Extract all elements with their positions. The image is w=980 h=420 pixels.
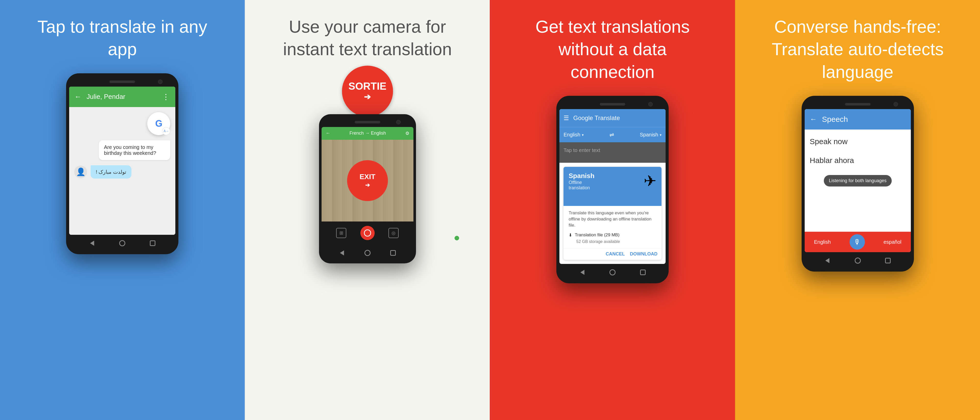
phone-2-speaker bbox=[355, 121, 380, 123]
cancel-button[interactable]: CANCEL bbox=[606, 251, 625, 257]
nav-recents-button[interactable] bbox=[149, 240, 156, 247]
sortie-text: SORTIE bbox=[348, 80, 387, 92]
translate-bubble[interactable]: G A→ bbox=[147, 112, 170, 135]
speech-bottom-bar: English 🎙 español bbox=[805, 232, 911, 252]
nav-recents-button-3[interactable] bbox=[639, 268, 647, 276]
source-lang-dropdown[interactable]: English ▾ bbox=[563, 132, 584, 138]
source-lang-arrow-icon: ▾ bbox=[582, 133, 584, 137]
translate-lang-bar: English ▾ ⇌ Spanish ▾ bbox=[559, 127, 666, 142]
google-g-letter: G bbox=[155, 118, 162, 129]
target-lang-label: Spanish bbox=[640, 132, 658, 138]
speech-content: Speak now Hablar ahora Listening for bot… bbox=[805, 129, 911, 232]
download-button[interactable]: DOWNLOAD bbox=[630, 251, 657, 257]
phone-1-screen: ← Julie, Pendar ⋮ G A→ Are you c bbox=[69, 86, 175, 235]
english-lang-button[interactable]: English bbox=[814, 239, 831, 245]
chat-avatar: 👤 bbox=[74, 166, 87, 178]
phone-1-camera bbox=[158, 80, 162, 84]
chat-header: ← Julie, Pendar ⋮ bbox=[69, 86, 175, 107]
offline-subtitle-1: Offline bbox=[569, 180, 594, 185]
phone-3-top-bar bbox=[559, 101, 666, 108]
phone-4-top-bar bbox=[805, 101, 911, 108]
chat-bubble-right: Are you coming to my birthday this weeke… bbox=[99, 140, 170, 160]
phone-1-frame: ← Julie, Pendar ⋮ G A→ Are you c bbox=[66, 73, 178, 254]
chat-bubble-left: تولدت مبارک ! bbox=[91, 165, 131, 179]
offline-card-body: Translate this language even when you're… bbox=[563, 206, 662, 248]
panel-2-title: Use your camera for instant text transla… bbox=[272, 15, 463, 61]
back-icon[interactable]: ← bbox=[74, 93, 81, 101]
offline-subtitle-2: translation bbox=[569, 185, 594, 191]
camera-lang-label: French → English bbox=[349, 131, 386, 136]
phone-3-frame: ☰ Google Translate English ▾ ⇌ Spanish ▾ bbox=[556, 96, 669, 283]
translate-input-area[interactable]: Tap to enter text bbox=[559, 142, 666, 163]
phone-2-screen: ← French → English ⚙ EXIT ➔ bbox=[321, 127, 414, 244]
speech-title: Speech bbox=[822, 115, 848, 124]
phone-3-nav bbox=[559, 266, 666, 279]
target-lang-arrow-icon: ▾ bbox=[660, 133, 662, 137]
speech-app-header: ← Speech bbox=[805, 109, 911, 129]
translate-icon-overlay: A→ bbox=[162, 127, 170, 135]
avatar-emoji: 👤 bbox=[76, 167, 86, 176]
phone-3-container: ☰ Google Translate English ▾ ⇌ Spanish ▾ bbox=[501, 96, 725, 410]
phone-4-frame: ← Speech Speak now Hablar ahora Listenin… bbox=[802, 96, 914, 271]
phone-1-nav bbox=[69, 237, 175, 249]
phone-4-nav bbox=[805, 254, 911, 267]
nav-home-button-3[interactable] bbox=[609, 268, 616, 276]
nav-home-button[interactable] bbox=[118, 240, 126, 247]
nav-back-button-4[interactable] bbox=[824, 257, 831, 264]
download-file-icon: ⬇ bbox=[569, 233, 572, 238]
camera-controls: ⊞ ◎ bbox=[321, 222, 414, 244]
file-label: Translation file (29 MB) bbox=[575, 233, 619, 238]
panel-camera-translate: Use your camera for instant text transla… bbox=[245, 0, 490, 420]
espanol-lang-button[interactable]: español bbox=[883, 239, 901, 245]
exit-arrow-icon: ➔ bbox=[365, 182, 370, 188]
phone-1-top-bar bbox=[69, 78, 175, 86]
nav-recents-button-4[interactable] bbox=[884, 257, 892, 264]
phone-4-speaker bbox=[845, 103, 870, 105]
phone-2-nav bbox=[321, 246, 414, 259]
storage-info: 52 GB storage available bbox=[576, 240, 656, 244]
camera-overlay-header: ← French → English ⚙ bbox=[321, 127, 414, 140]
panel-4-title: Converse hands-free: Translate auto-dete… bbox=[762, 15, 953, 83]
more-options-icon[interactable]: ⋮ bbox=[162, 92, 170, 101]
nav-home-button-4[interactable] bbox=[854, 257, 862, 264]
microphone-button[interactable]: 🎙 bbox=[850, 234, 865, 249]
exit-sign: EXIT ➔ bbox=[347, 160, 388, 201]
translate-app-header: ☰ Google Translate bbox=[559, 109, 666, 127]
chat-contact-name: Julie, Pendar bbox=[86, 93, 157, 101]
panel-tap-translate: Tap to translate in any app ← Julie, Pen… bbox=[0, 0, 245, 420]
phone-3-speaker bbox=[600, 103, 625, 105]
microphone-icon: 🎙 bbox=[854, 238, 861, 246]
panel-offline-translate: Get text translations without a data con… bbox=[490, 0, 735, 420]
phone-1-container: ← Julie, Pendar ⋮ G A→ Are you c bbox=[10, 73, 234, 410]
nav-recents-button-2[interactable] bbox=[389, 249, 397, 257]
phone-4-container: ← Speech Speak now Hablar ahora Listenin… bbox=[746, 96, 970, 410]
phone-1-speaker bbox=[110, 80, 135, 83]
speech-back-icon[interactable]: ← bbox=[810, 115, 817, 123]
phone-3-screen: ☰ Google Translate English ▾ ⇌ Spanish ▾ bbox=[559, 109, 666, 263]
panel-3-title: Get text translations without a data con… bbox=[517, 15, 708, 83]
phone-4-screen: ← Speech Speak now Hablar ahora Listenin… bbox=[805, 109, 911, 252]
nav-back-button-3[interactable] bbox=[579, 268, 586, 276]
phone-4-camera bbox=[894, 102, 898, 107]
phone-2-frame: ← French → English ⚙ EXIT ➔ bbox=[319, 114, 416, 263]
exit-text: EXIT bbox=[360, 173, 375, 181]
target-lang-dropdown[interactable]: Spanish ▾ bbox=[640, 132, 662, 138]
phone-3-camera bbox=[648, 102, 653, 107]
chat-avatar-row: 👤 تولدت مبارک ! bbox=[74, 165, 170, 179]
sortie-arrow-icon: ➔ bbox=[364, 92, 371, 102]
phone-2-top-bar bbox=[321, 118, 414, 126]
camera-grid-button[interactable]: ⊞ bbox=[336, 228, 346, 238]
offline-card-actions: CANCEL DOWNLOAD bbox=[563, 248, 662, 260]
swap-languages-icon[interactable]: ⇌ bbox=[609, 132, 614, 138]
nav-back-button[interactable] bbox=[88, 240, 96, 247]
back-arrow-icon: ← bbox=[326, 131, 330, 136]
camera-capture-button[interactable] bbox=[360, 226, 375, 240]
nav-back-button-2[interactable] bbox=[338, 249, 346, 257]
nav-home-button-2[interactable] bbox=[364, 249, 371, 257]
hamburger-icon[interactable]: ☰ bbox=[563, 115, 569, 121]
offline-card-text: Spanish Offline translation bbox=[569, 172, 594, 191]
camera-settings-icon: ⚙ bbox=[405, 131, 409, 136]
camera-settings-button[interactable]: ◎ bbox=[388, 228, 399, 238]
offline-card-header: Spanish Offline translation ✈ bbox=[563, 167, 662, 206]
hablar-ahora-label: Hablar ahora bbox=[810, 156, 906, 165]
